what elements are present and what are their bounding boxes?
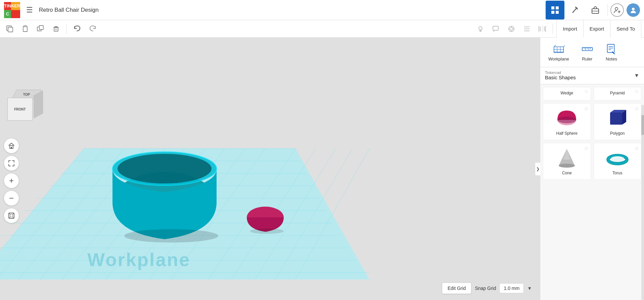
canvas-area[interactable]: Workplane Edit Grid Snap Grid 1.0 mm ▼ (0, 38, 540, 300)
svg-rect-2 (551, 11, 554, 14)
shape-item-torus[interactable]: ☆ Torus (594, 143, 642, 180)
grid-view-button[interactable] (546, 1, 564, 19)
svg-rect-17 (39, 26, 43, 30)
mirror-icon[interactable] (535, 22, 549, 36)
shape-grid: ☆ Half Sphere ☆ (540, 100, 644, 300)
edit-mode-button[interactable] (566, 1, 585, 19)
svg-rect-1 (556, 6, 559, 9)
light-icon[interactable] (473, 22, 488, 36)
send-to-button[interactable]: Send To (610, 20, 641, 38)
shape-row-2: ☆ Cone ☆ (543, 143, 641, 180)
svg-point-24 (510, 28, 513, 30)
shape-item-pyramid[interactable]: ☆ Pyramid (594, 87, 642, 100)
logo-tin: TIN (4, 2, 11, 10)
svg-point-74 (118, 154, 212, 183)
logo-cad: C (4, 10, 11, 18)
export-button[interactable]: Export (584, 20, 610, 38)
pyramid-star-icon[interactable]: ☆ (635, 89, 639, 94)
svg-rect-79 (554, 47, 563, 52)
action-buttons: Import Export Send To (556, 20, 641, 38)
torus-star-icon[interactable]: ☆ (634, 145, 639, 152)
import-button[interactable]: Import (556, 20, 584, 38)
cone-preview (555, 146, 579, 169)
cone-label: Cone (562, 171, 572, 175)
ruler-button[interactable]: Ruler (579, 42, 596, 63)
svg-rect-92 (607, 44, 614, 53)
logo-last (11, 10, 20, 18)
shape-row-1: ☆ Half Sphere ☆ (543, 103, 641, 140)
scrollbar-thumb[interactable] (641, 115, 644, 135)
shape-row-above: ☆ Wedge ☆ Pyramid (540, 84, 644, 100)
zoom-out-button[interactable] (4, 191, 19, 206)
menu-icon[interactable]: ☰ (26, 6, 33, 14)
svg-rect-0 (551, 6, 554, 9)
svg-line-4 (573, 8, 577, 12)
header-right (546, 1, 640, 19)
library-brand-label: Tinkercad (545, 71, 634, 75)
wedge-star-icon[interactable]: ☆ (584, 89, 589, 94)
right-panel-top: Workplane Ruler (540, 38, 644, 67)
shape-item-polygon[interactable]: ☆ Polygon (594, 103, 642, 140)
snap-grid-label: Snap Grid (475, 286, 496, 291)
svg-rect-18 (54, 28, 58, 31)
svg-rect-3 (556, 11, 559, 14)
snap-grid-dropdown[interactable]: ▼ (527, 286, 532, 291)
avatar-button[interactable] (627, 3, 640, 17)
paste-button[interactable] (18, 22, 32, 36)
target-icon[interactable] (504, 22, 518, 36)
duplicate-button[interactable] (34, 22, 48, 36)
logo-ker: KER (11, 2, 20, 10)
library-dropdown-icon[interactable]: ▼ (634, 73, 639, 79)
add-user-button[interactable] (610, 3, 624, 17)
nav-cube[interactable]: TOP FRONT (7, 90, 46, 128)
undo-button[interactable] (70, 22, 84, 36)
toolbar: Import Export Send To (0, 20, 644, 38)
svg-point-75 (124, 229, 218, 243)
shape-library-header[interactable]: Tinkercad Basic Shapes ▼ (540, 67, 644, 84)
svg-point-102 (559, 164, 575, 168)
speech-bubble-icon[interactable] (489, 22, 503, 36)
project-title[interactable]: Retro Ball Chair Design (39, 7, 542, 13)
svg-point-105 (611, 156, 624, 162)
main: TOP FRONT (0, 38, 644, 300)
cube-right-face[interactable] (34, 91, 43, 119)
svg-point-11 (632, 8, 635, 10)
torus-preview (606, 146, 629, 169)
zoom-in-button[interactable] (4, 173, 19, 188)
perspective-button[interactable] (4, 208, 19, 223)
half-sphere-star-icon[interactable]: ☆ (584, 105, 589, 112)
shape-item-wedge[interactable]: ☆ Wedge (543, 87, 591, 100)
svg-point-97 (557, 117, 576, 123)
svg-rect-22 (493, 26, 498, 30)
redo-button[interactable] (86, 22, 100, 36)
snap-grid-value[interactable]: 1.0 mm (499, 283, 524, 293)
cone-star-icon[interactable]: ☆ (584, 145, 589, 152)
svg-point-8 (615, 7, 618, 10)
notes-button[interactable]: Notes (603, 42, 620, 63)
header: TIN KER C ☰ Retro Ball Chair Design (0, 0, 644, 20)
svg-marker-103 (563, 149, 570, 160)
fit-view-button[interactable] (4, 156, 19, 171)
gallery-button[interactable] (586, 1, 605, 19)
shape-item-half-sphere[interactable]: ☆ Half Sphere (543, 103, 591, 140)
logo[interactable]: TIN KER C (4, 2, 20, 18)
home-view-button[interactable] (4, 138, 19, 153)
torus-label: Torus (612, 171, 622, 175)
toolbar-divider-2 (553, 24, 553, 34)
polygon-star-icon[interactable]: ☆ (634, 105, 639, 112)
edit-grid-button[interactable]: Edit Grid (442, 283, 471, 294)
shape-item-cone[interactable]: ☆ Cone (543, 143, 591, 180)
svg-rect-34 (11, 147, 12, 148)
collapse-panel-button[interactable]: ❯ (535, 162, 540, 176)
copy-paste-button[interactable] (3, 22, 17, 36)
cube-front-face[interactable]: FRONT (7, 98, 33, 121)
delete-button[interactable] (49, 22, 63, 36)
svg-rect-98 (610, 113, 622, 125)
right-panel-scrollbar[interactable] (641, 105, 644, 300)
library-name-label: Basic Shapes (545, 75, 576, 80)
svg-line-84 (554, 45, 556, 47)
svg-rect-15 (24, 26, 26, 27)
align-icon[interactable] (520, 22, 534, 36)
polygon-preview (606, 106, 629, 130)
workplane-button[interactable]: Workplane (546, 42, 572, 63)
